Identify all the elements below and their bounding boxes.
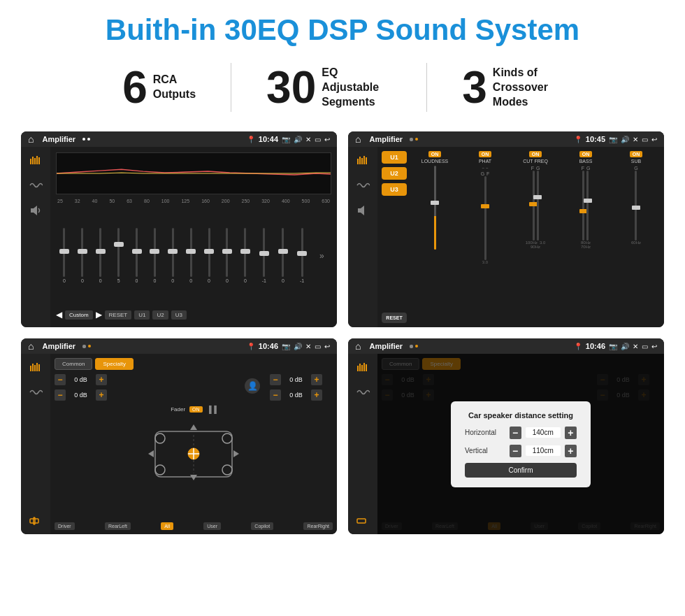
preset-u3[interactable]: U3 [382,183,407,196]
ch-slider-sub[interactable]: 60Hz [631,171,641,262]
vol-plus-1[interactable]: + [96,374,107,385]
tab-common-3[interactable]: Common [55,358,92,370]
back-icon-1[interactable]: ↩ [324,136,330,143]
volume-icon-4: 🔊 [621,343,629,350]
eq-slider-9[interactable]: 0 [208,228,210,284]
vol-plus-3[interactable]: + [311,374,322,385]
wave-icon-3[interactable] [26,385,45,400]
eq-slider-3[interactable]: 0 [99,228,102,284]
vol-minus-1[interactable]: − [55,374,66,385]
horizontal-minus[interactable]: − [510,427,521,439]
eq-slider-7[interactable]: 0 [171,228,174,284]
battery-icon-1: ▭ [315,136,321,143]
eq-icon[interactable] [26,152,45,168]
back-icon-4[interactable]: ↩ [651,343,657,350]
page-wrapper: Buith-in 30EQ DSP Sound System 6 RCAOutp… [0,0,685,548]
preset-u1[interactable]: U1 [382,151,407,164]
app-content-4: Common Specialty −0 dB+ −0 dB+ [348,354,664,534]
eq-slider-13[interactable]: 0 [282,228,284,284]
svg-point-24 [222,434,232,443]
horizontal-plus[interactable]: + [565,427,577,439]
vertical-plus[interactable]: + [565,445,577,457]
speaker-icon-3[interactable] [26,513,45,529]
status-bar-2: ⌂ Amplifier 📍 10:45 📷 🔊 ✕ ▭ ↩ [348,131,664,147]
speaker-icon-4[interactable] [353,513,373,529]
screenshot-distance: ⌂ Amplifier 📍 10:46 📷 🔊 ✕ ▭ ↩ [348,338,664,534]
eq-slider-4[interactable]: 5 [117,228,120,284]
eq-icon-4[interactable] [353,359,373,375]
page-title: Buith-in 30EQ DSP Sound System [21,14,664,46]
horizontal-value: 140cm [526,427,561,438]
crossover-main: Common Specialty − 0 dB + − [50,354,337,534]
signal-icon-4: ✕ [633,343,638,350]
freq-40: 40 [92,199,98,203]
ch-slider-bass[interactable]: 80Hz 70Hz [581,171,591,262]
eq-slider-2[interactable]: 0 [81,228,84,284]
modal-title: Car speaker distance setting [465,411,577,420]
eq-slider-11[interactable]: 0 [244,228,247,284]
u3-btn[interactable]: U3 [171,310,187,320]
speaker-icon[interactable] [26,203,45,218]
ch-slider-loudness[interactable] [434,166,436,257]
u2-btn[interactable]: U2 [152,310,168,320]
app-title-4: Amplifier [369,342,403,350]
eq-slider-1[interactable]: 0 [63,228,66,284]
wave-icon-2[interactable] [353,178,373,193]
volume-left: − 0 dB + − 0 dB + [55,374,117,518]
preset-custom-btn[interactable]: Custom [65,310,93,320]
home-icon-1[interactable]: ⌂ [28,134,34,145]
label-all[interactable]: All [161,522,173,530]
eq-slider-10[interactable]: 0 [226,228,229,284]
vol-minus-2[interactable]: − [55,389,66,401]
home-icon-3[interactable]: ⌂ [28,341,34,352]
wave-icon[interactable] [26,178,45,193]
eq-slider-12[interactable]: -1 [262,228,266,284]
freq-160: 160 [201,199,210,203]
back-icon-2[interactable]: ↩ [651,136,657,143]
vol-plus-4[interactable]: + [311,389,322,401]
eq-icon-3[interactable] [26,359,45,375]
label-user[interactable]: User [203,522,221,530]
vol-row-4: − 0 dB + [270,389,333,401]
label-copilot[interactable]: Copilot [251,522,273,530]
label-driver[interactable]: Driver [55,522,75,530]
status-bar-3: ⌂ Amplifier 📍 10:46 📷 🔊 ✕ ▭ ↩ [21,338,337,354]
eq-slider-14[interactable]: -1 [300,228,304,284]
next-btn[interactable]: ▶ [96,310,102,320]
freq-500: 500 [302,199,310,203]
confirm-button[interactable]: Confirm [465,463,577,478]
home-icon-2[interactable]: ⌂ [355,134,361,145]
speaker-icon-2[interactable] [353,203,373,218]
status-dots-1 [82,138,90,141]
more-icon[interactable]: » [319,251,324,261]
freq-50: 50 [109,199,115,203]
eq-icon-2[interactable] [353,152,373,168]
reset-btn-2[interactable]: RESET [382,313,407,323]
prev-btn[interactable]: ◀ [56,310,62,320]
eq-slider-6[interactable]: 0 [153,228,156,284]
reset-btn-1[interactable]: RESET [105,310,132,320]
vertical-label: Vertical [465,447,505,454]
back-icon-3[interactable]: ↩ [324,343,330,350]
tab-specialty-3[interactable]: Specialty [95,358,133,370]
amp-main: U1 U2 U3 RESET ON LOUDNESS [377,147,664,327]
u1-btn[interactable]: U1 [134,310,150,320]
svg-marker-5 [31,206,37,215]
ch-slider-cutfreq[interactable]: 100Hz3.0 90Hz [526,171,546,262]
preset-u2[interactable]: U2 [382,167,407,180]
label-rearright[interactable]: RearRight [303,522,333,530]
vol-minus-3[interactable]: − [270,374,281,385]
ch-slider-phat[interactable]: 3.0 [482,176,488,267]
home-icon-4[interactable]: ⌂ [355,341,361,352]
label-rearleft[interactable]: RearLeft [105,522,131,530]
channel-loudness: ON LOUDNESS [411,151,459,323]
svg-rect-37 [363,363,365,371]
status-right-1: 📍 10:44 📷 🔊 ✕ ▭ ↩ [247,135,330,143]
vol-minus-4[interactable]: − [270,389,281,401]
vertical-minus[interactable]: − [510,445,521,457]
vol-plus-2[interactable]: + [96,389,107,401]
wave-icon-4[interactable] [353,385,373,400]
svg-point-26 [222,465,232,475]
eq-slider-5[interactable]: 0 [136,228,138,284]
eq-slider-8[interactable]: 0 [189,228,192,284]
